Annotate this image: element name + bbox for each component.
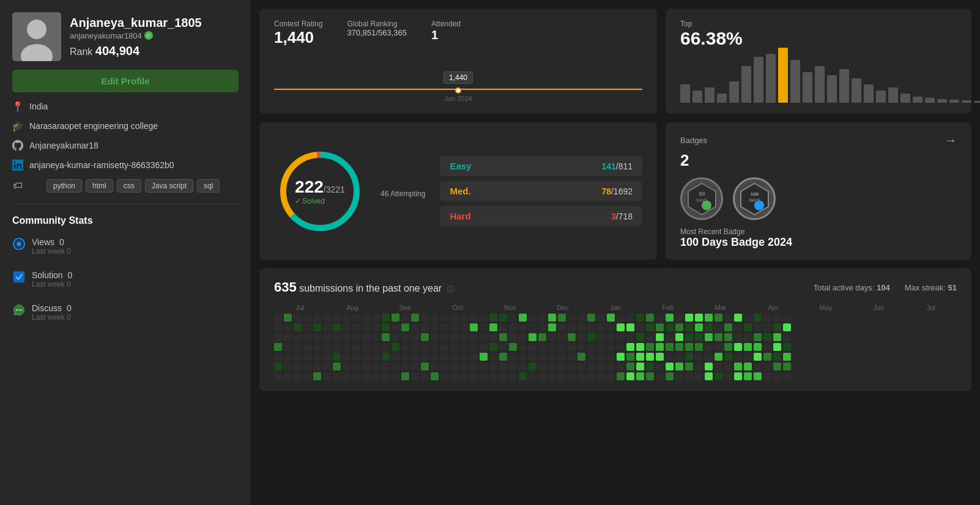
heatmap-cell [538, 314, 546, 322]
heatmap-cell [303, 372, 311, 380]
heatmap-week [382, 314, 390, 380]
heatmap-cell [509, 353, 517, 361]
month-label: Aug [327, 304, 378, 311]
heatmap-cell [362, 314, 370, 322]
heatmap-week [754, 314, 762, 380]
month-label: Jul [274, 304, 325, 311]
heatmap-cell [343, 314, 351, 322]
heatmap-cell [666, 353, 674, 361]
solution-last-week: Last week 0 [32, 280, 72, 289]
heatmap-cell [529, 314, 536, 322]
heatmap-week [509, 314, 517, 380]
heatmap-cell [431, 372, 439, 380]
heatmap-cell [519, 314, 527, 322]
heatmap-cell [411, 323, 419, 331]
heatmap-week [666, 314, 674, 380]
heatmap-week [783, 314, 791, 380]
heatmap-cell [607, 333, 615, 341]
heatmap-cell [343, 323, 351, 331]
contest-rating-value: 1,440 [274, 28, 322, 47]
heatmap-week [568, 314, 576, 380]
heatmap-cell [509, 323, 517, 331]
heatmap-cell [626, 343, 634, 351]
tags-item: 🏷 python html css Java script sql [12, 179, 239, 193]
github-item[interactable]: Anjaneyakumar18 [12, 140, 239, 151]
heatmap-cell [489, 333, 497, 341]
heatmap-cell [421, 343, 429, 351]
rating-dot [455, 87, 461, 94]
month-label: Dec [537, 304, 588, 311]
heatmap-week [558, 314, 566, 380]
badges-arrow-icon[interactable]: → [945, 133, 957, 147]
heatmap-cell [284, 323, 292, 331]
donut-center: 222/3221 ✓ Solved [295, 177, 345, 205]
heatmap-cell [626, 363, 634, 370]
heatmap-cell [450, 343, 458, 351]
bar [803, 72, 812, 103]
heatmap-cell [362, 343, 370, 351]
heatmap-cell [695, 343, 703, 351]
heatmap-title: 635 submissions in the past one year ⓘ [274, 279, 455, 295]
heatmap-cell [744, 333, 752, 341]
heatmap-cell [284, 333, 292, 341]
heatmap-cell [773, 333, 781, 341]
heatmap-week [333, 314, 341, 380]
heatmap-cell [754, 363, 762, 370]
heatmap-cell [352, 372, 360, 380]
heatmap-cell [734, 353, 742, 361]
heatmap-cell [499, 314, 507, 322]
heatmap-cell [558, 323, 566, 331]
heatmap-cell [577, 343, 585, 351]
heatmap-cell [343, 343, 351, 351]
location-icon: 📍 [12, 101, 23, 112]
heatmap-cell [489, 372, 497, 380]
heatmap-week [519, 314, 527, 380]
heatmap-cell [323, 363, 331, 370]
total-active-stat: Total active days: 104 [814, 283, 890, 292]
heatmap-cell [636, 333, 644, 341]
linkedin-item[interactable]: anjaneya-kumar-ramisetty-8663362b0 [12, 160, 239, 171]
rating-chart: 1,440 Jun 2024 [274, 53, 642, 102]
top-row: Contest Rating 1,440 Global Ranking 370,… [259, 9, 971, 114]
edit-profile-button[interactable]: Edit Profile [12, 70, 239, 92]
heatmap-cell [685, 353, 693, 361]
svg-point-1 [27, 20, 46, 39]
heatmap-cell [460, 314, 468, 322]
heatmap-title-text: submissions in the past one year [299, 283, 442, 293]
month-label: Oct [432, 304, 483, 311]
heatmap-cell [303, 314, 311, 322]
svg-point-8 [18, 309, 20, 311]
heatmap-cell [724, 314, 732, 322]
heatmap-cell [303, 363, 311, 370]
heatmap-cell [783, 363, 791, 370]
global-ranking-label: Global Ranking [347, 20, 407, 28]
heatmap-cell [382, 333, 390, 341]
heatmap-cell [607, 314, 615, 322]
tag-html: html [86, 179, 113, 193]
heatmap-cell [440, 343, 448, 351]
solution-info: Solution 0 Last week 0 [32, 270, 72, 289]
heatmap-cell [333, 363, 341, 370]
svg-point-17 [702, 201, 711, 210]
heatmap-cell [617, 314, 625, 322]
heatmap-week [294, 314, 302, 380]
tag-python: python [46, 179, 82, 193]
bar [839, 69, 849, 103]
heatmap-cell [646, 343, 654, 351]
heatmap-cell [587, 343, 595, 351]
heatmap-cell [362, 363, 370, 370]
month-label: Nov [484, 304, 536, 311]
top-pct-card: Top 66.38% [666, 9, 971, 114]
heatmap-cell [480, 314, 488, 322]
month-label: Jan [590, 304, 641, 311]
heatmap-cell [558, 363, 566, 370]
heatmap-cell [656, 323, 664, 331]
heatmap-cell [362, 323, 370, 331]
heatmap-cell [685, 363, 693, 370]
github-icon [12, 140, 23, 151]
heatmap-cell [401, 323, 409, 331]
heatmap-cell [773, 353, 781, 361]
heatmap-cell [323, 323, 331, 331]
heatmap-cell [303, 323, 311, 331]
heatmap-cell [421, 363, 429, 370]
